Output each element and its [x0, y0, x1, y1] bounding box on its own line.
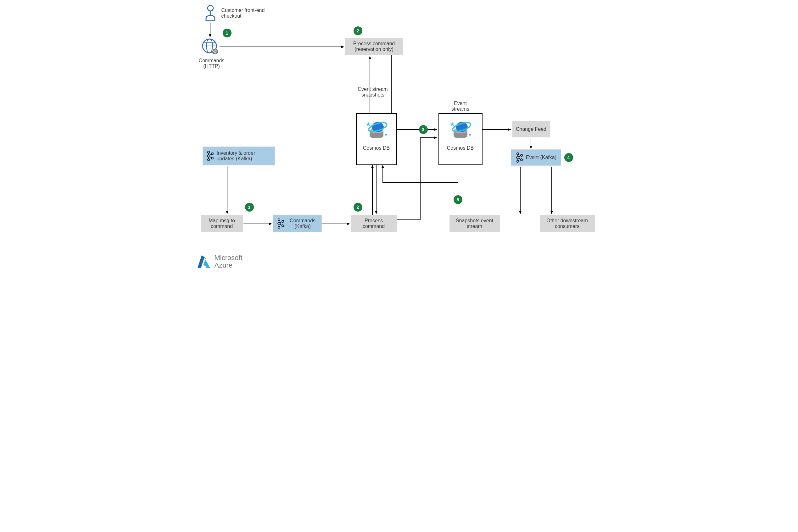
event-stream-snapshots-label: Event stream snapshots [356, 87, 390, 98]
kafka-icon [515, 152, 523, 163]
kafka-icon [206, 151, 214, 161]
event-kafka-label: Event (Kafka) [526, 155, 556, 160]
commands-kafka-label: Commands (Kafka) [287, 218, 318, 229]
customer-frontend-label: Customer front-end checkout [221, 7, 272, 19]
other-consumers-box: Other downstream consumers [540, 215, 595, 232]
svg-point-63 [278, 226, 280, 228]
svg-line-27 [214, 53, 214, 54]
cosmos-db-label-1: Cosmos DB [363, 145, 390, 151]
svg-marker-41 [450, 122, 454, 126]
svg-marker-70 [198, 255, 204, 268]
snapshots-event-stream-box: Snapshots event stream [449, 215, 500, 232]
step-badge-3: 3 [419, 125, 428, 134]
user-icon [204, 4, 217, 23]
step-badge-2-top: 2 [354, 26, 363, 35]
svg-line-26 [216, 53, 217, 54]
svg-point-56 [211, 157, 213, 159]
svg-line-25 [214, 50, 214, 51]
svg-point-65 [281, 225, 283, 226]
inventory-updates-label: Inventory & order updates (Kafka) [217, 150, 272, 162]
svg-point-54 [207, 159, 209, 161]
svg-line-69 [280, 224, 282, 225]
snapshots-event-stream-label: Snapshots event stream [453, 218, 496, 229]
commands-http-label: Commands (HTTP) [195, 58, 228, 69]
svg-point-52 [207, 151, 209, 153]
other-consumers-label: Other downstream consumers [543, 218, 591, 229]
svg-marker-42 [468, 133, 471, 136]
process-command-reservation-box: Process command (reservation only) [345, 38, 403, 55]
azure-logo-text-1: Microsoft [215, 254, 242, 262]
svg-point-53 [207, 155, 210, 157]
event-kafka-box: Event (Kafka) [511, 149, 561, 166]
svg-line-60 [209, 157, 211, 158]
cosmos-db-icon [448, 118, 473, 143]
globe-icon [201, 38, 220, 57]
step-badge-5: 5 [453, 195, 462, 204]
map-msg-label: Map msg to command [204, 218, 240, 229]
svg-marker-34 [366, 122, 371, 126]
svg-point-46 [521, 154, 522, 156]
process-command-box: Process command [351, 215, 397, 232]
svg-line-28 [216, 50, 217, 51]
cosmos-db-icon [364, 118, 389, 143]
svg-line-68 [280, 222, 282, 223]
change-feed-box: Change Feed [513, 121, 550, 137]
svg-line-50 [519, 156, 521, 157]
svg-line-59 [209, 154, 211, 156]
svg-point-55 [211, 153, 213, 155]
svg-marker-71 [203, 255, 210, 268]
svg-point-47 [521, 159, 522, 161]
step-badge-1-top: 1 [223, 28, 231, 37]
svg-line-51 [519, 158, 521, 159]
step-badge-1-bottom: 1 [245, 203, 254, 212]
process-command-label: Process command [354, 218, 393, 229]
svg-point-61 [278, 218, 280, 221]
azure-logo-text-2: Azure [215, 262, 242, 269]
svg-point-13 [208, 5, 213, 11]
svg-point-64 [281, 220, 283, 222]
svg-point-44 [517, 156, 519, 159]
inventory-updates-box: Inventory & order updates (Kafka) [203, 147, 275, 165]
svg-point-45 [517, 160, 519, 162]
cosmos-db-box-1: Cosmos DB [356, 113, 397, 165]
cosmos-db-box-2: Cosmos DB [439, 113, 483, 165]
cosmos-db-label-2: Cosmos DB [447, 145, 474, 151]
step-badge-4: 4 [564, 153, 573, 162]
svg-marker-35 [384, 133, 388, 136]
map-msg-box: Map msg to command [201, 215, 243, 232]
commands-kafka-box: Commands (Kafka) [273, 215, 322, 232]
svg-point-43 [517, 153, 519, 155]
azure-logo-icon [196, 254, 211, 269]
change-feed-label: Change Feed [516, 127, 546, 132]
svg-point-62 [278, 222, 280, 225]
kafka-icon [277, 218, 284, 229]
event-streams-label: Event streams [448, 101, 473, 112]
process-command-reservation-label: Process command (reservation only) [349, 41, 400, 52]
azure-logo: Microsoft Azure [196, 254, 242, 269]
step-badge-2-bottom: 2 [354, 203, 363, 212]
